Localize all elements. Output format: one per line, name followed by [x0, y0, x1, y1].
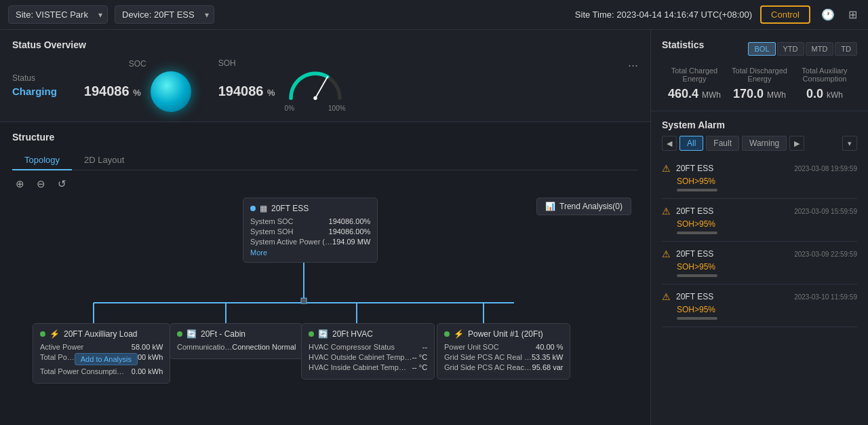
charged-value: 460.4 MWh — [662, 87, 727, 101]
alarm-bar — [677, 274, 717, 277]
stats-card-auxiliary: Total Auxiliary Consumption 0.0 kWh — [792, 67, 857, 101]
stats-cards: Total Charged Energy 460.4 MWh Total Dis… — [662, 67, 857, 101]
discharged-value: 170.0 MWh — [727, 87, 792, 101]
discharged-label: Total Discharged Energy — [727, 67, 792, 83]
cabin-icon: 🔄 — [186, 329, 197, 339]
alarm-item: ⚠ 20FT ESS 2023-03-10 11:59:59 SOH>95% — [662, 284, 857, 327]
alarm-section: System Alarm ◀ All Fault Warning ▶ ▾ ⚠ 2… — [651, 111, 868, 425]
main-node-row-soc: System SOC 194086.00% — [250, 217, 370, 225]
structure-title: Structure — [12, 132, 638, 143]
stats-filter-td[interactable]: TD — [835, 42, 857, 56]
alarm-bar — [677, 189, 717, 191]
main-node-row-power: System Active Power (… 194.09 MW — [250, 238, 370, 246]
alarm-item: ⚠ 20FT ESS 2023-03-09 15:59:59 SOH>95% — [662, 199, 857, 242]
stats-card-charged: Total Charged Energy 460.4 MWh — [662, 67, 727, 101]
alarm-title-row: System Alarm — [651, 119, 868, 136]
auxiliary-label: Total Auxiliary Consumption — [792, 67, 857, 83]
power-unit-dot — [444, 331, 450, 337]
alarm-filter-fault[interactable]: Fault — [706, 136, 739, 151]
cabin-row-1: Communicatio… Connection Normal — [177, 343, 296, 351]
clock-icon-btn[interactable]: 🕐 — [818, 7, 837, 22]
device-select-wrapper: Device: 20FT ESS — [115, 5, 214, 24]
alarm-filter-all[interactable]: All — [679, 136, 703, 151]
alarm-time: 2023-03-09 15:59:59 — [794, 208, 857, 215]
stats-filter-btns: BOL YTD MTD TD — [748, 42, 857, 56]
alarm-time: 2023-03-08 19:59:59 — [794, 165, 857, 172]
aux-row-3: Total Power Consumpti… 0.00 kWh — [40, 367, 163, 375]
alarm-device: 20FT ESS — [676, 249, 789, 259]
alarm-message: SOH>95% — [662, 262, 857, 272]
site-select[interactable]: Site: VISTEC Park — [8, 5, 108, 24]
power-unit-name: Power Unit #1 (20Ft) — [468, 329, 543, 339]
soc-value-row: 194086 % — [84, 71, 191, 112]
status-label: Status — [12, 73, 57, 83]
hvac-icon: 🔄 — [318, 329, 328, 339]
statistics-section: Statistics BOL YTD MTD TD Total Charged … — [651, 30, 868, 111]
alarm-time: 2023-03-10 11:59:59 — [794, 293, 857, 301]
alarm-prev-btn[interactable]: ◀ — [662, 136, 677, 151]
cabin-header: 🔄 20Ft - Cabin — [177, 329, 296, 339]
structure-tabs: Topology 2D Layout — [12, 151, 638, 170]
soh-row: 194086 % — [218, 71, 346, 112]
pu-row-1: Power Unit SOC 40.00 % — [444, 343, 563, 351]
charged-label: Total Charged Energy — [662, 67, 727, 83]
reset-btn[interactable]: ↺ — [54, 176, 70, 192]
trend-analysis-btn[interactable]: 📊 Trend Analysis(0) — [536, 198, 631, 215]
warning-icon: ⚠ — [662, 291, 671, 302]
statistics-title: Statistics — [662, 39, 704, 50]
alarm-item-header: ⚠ 20FT ESS 2023-03-08 19:59:59 — [662, 163, 857, 174]
trend-icon: 📊 — [545, 202, 555, 211]
main-node-row-soh: System SOH 194086.00% — [250, 227, 370, 236]
settings-icon-btn[interactable]: ⊞ — [846, 7, 860, 22]
pu-row-2: Grid Side PCS AC Real … 53.35 kW — [444, 353, 563, 361]
alarm-filter-row: ◀ All Fault Warning ▶ ▾ — [651, 136, 868, 156]
alarm-expand-btn[interactable]: ▾ — [842, 136, 857, 151]
aux-row-2: Total Po… Add to Analysis 00 kWh — [40, 353, 163, 365]
aux-load-node: ⚡ 20FT Auxilliary Load Active Power 58.0… — [33, 323, 170, 384]
status-more-icon[interactable]: ··· — [628, 58, 638, 73]
svg-rect-8 — [301, 298, 307, 303]
device-select[interactable]: Device: 20FT ESS — [115, 5, 214, 24]
stats-filter-ytd[interactable]: YTD — [777, 42, 804, 56]
stats-filter-bol[interactable]: BOL — [748, 42, 775, 56]
alarm-title: System Alarm — [662, 119, 725, 130]
top-bar: Site: VISTEC Park Device: 20FT ESS Site … — [0, 0, 868, 30]
stats-filter-mtd[interactable]: MTD — [806, 42, 834, 56]
control-button[interactable]: Control — [760, 5, 810, 24]
alarm-filter-warning[interactable]: Warning — [742, 136, 787, 151]
cabin-node: 🔄 20Ft - Cabin Communicatio… Connection … — [170, 323, 303, 359]
topology-toolbar: ⊕ ⊖ ↺ — [12, 170, 638, 198]
hvac-name: 20Ft HVAC — [332, 329, 373, 339]
alarm-bar — [677, 317, 717, 320]
soc-circle — [151, 71, 191, 112]
warning-icon: ⚠ — [662, 248, 671, 259]
main-node-name: 20FT ESS — [271, 204, 309, 213]
alarm-device: 20FT ESS — [676, 292, 789, 301]
aux-row-1: Active Power 58.00 kW — [40, 343, 163, 351]
svg-line-0 — [315, 77, 328, 98]
alarm-next-btn[interactable]: ▶ — [789, 136, 804, 151]
add-to-analysis-badge[interactable]: Add to Analysis — [75, 353, 138, 365]
tab-2d-layout[interactable]: 2D Layout — [72, 151, 136, 170]
power-unit-icon: ⚡ — [454, 329, 464, 339]
alarm-list: ⚠ 20FT ESS 2023-03-08 19:59:59 SOH>95% ⚠… — [651, 156, 868, 425]
site-select-wrapper: Site: VISTEC Park — [8, 5, 108, 24]
soh-gauge-svg — [285, 71, 346, 101]
power-unit-node: ⚡ Power Unit #1 (20Ft) Power Unit SOC 40… — [437, 323, 570, 380]
stats-title-row: Statistics BOL YTD MTD TD — [662, 39, 857, 58]
main-node-header: ▦ 20FT ESS — [250, 204, 370, 213]
alarm-item-header: ⚠ 20FT ESS 2023-03-09 22:59:59 — [662, 248, 857, 259]
aux-load-name: 20FT Auxilliary Load — [64, 329, 138, 339]
zoom-out-btn[interactable]: ⊖ — [33, 176, 49, 192]
alarm-item: ⚠ 20FT ESS 2023-03-09 22:59:59 SOH>95% — [662, 242, 857, 284]
soh-number: 194086 % — [218, 84, 275, 99]
alarm-item-header: ⚠ 20FT ESS 2023-03-09 15:59:59 — [662, 206, 857, 217]
tab-topology[interactable]: Topology — [12, 151, 72, 170]
main-node-more[interactable]: More — [250, 248, 370, 257]
alarm-message: SOH>95% — [662, 305, 857, 314]
topology-canvas: ··· 📊 Trend Analysis(0) — [12, 198, 638, 415]
stats-card-discharged: Total Discharged Energy 170.0 MWh — [727, 67, 792, 101]
zoom-in-btn[interactable]: ⊕ — [12, 176, 28, 192]
hvac-dot — [309, 331, 314, 337]
aux-load-header: ⚡ 20FT Auxilliary Load — [40, 329, 163, 339]
